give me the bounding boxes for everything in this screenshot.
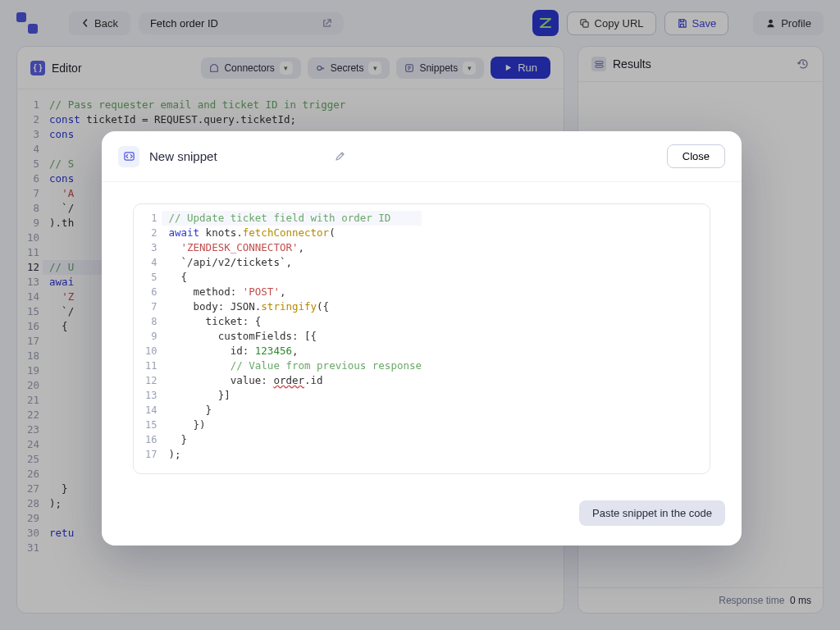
snippet-code[interactable]: 1234567891011121314151617 // Update tick… [133,203,710,474]
paste-snippet-label: Paste snippet in the code [592,507,712,519]
modal-title: New snippet [149,149,217,163]
edit-title-icon[interactable] [334,151,345,162]
new-snippet-modal: New snippet Close 1234567891011121314151… [102,131,742,546]
close-button[interactable]: Close [667,144,725,168]
snippet-icon [118,146,139,167]
close-label: Close [682,150,710,162]
paste-snippet-button[interactable]: Paste snippet in the code [579,500,725,526]
